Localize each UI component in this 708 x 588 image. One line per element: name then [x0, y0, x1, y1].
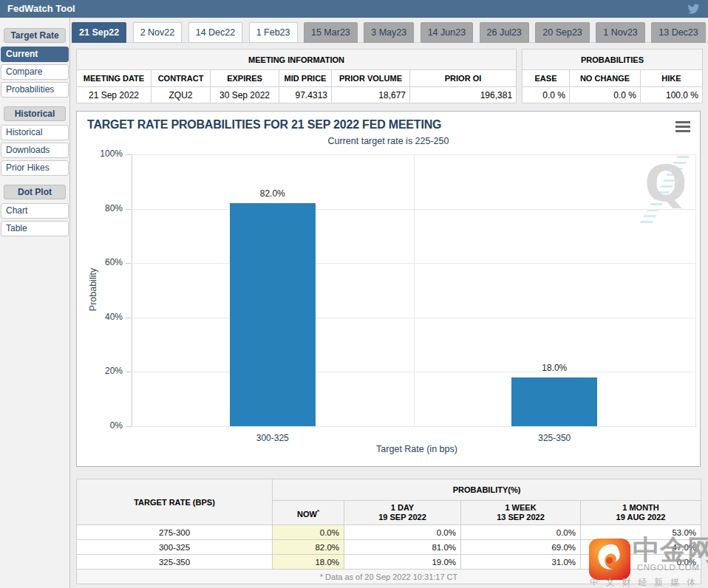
tab-15-mar23[interactable]: 15 Mar23: [304, 22, 358, 43]
history-row-300-325: 300-325 82.0% 81.0% 69.0% 47.0%: [77, 540, 701, 555]
chart-export-menu-icon[interactable]: [675, 121, 690, 133]
y-axis-tick-label: 80%: [87, 203, 123, 213]
quikstrike-watermark-q-icon: Q: [644, 154, 687, 213]
sidebar-item-chart[interactable]: Chart: [1, 203, 69, 219]
sidebar-header-target-rate: Target Rate: [4, 28, 66, 43]
fedwatch-tool-screen: FedWatch Tool Target Rate Current Compar…: [0, 0, 708, 588]
probability-history-table: TARGET RATE (BPS) PROBABILITY(%) NOW* 1 …: [76, 479, 701, 584]
tab-1-feb23[interactable]: 1 Feb23: [249, 22, 298, 43]
y-axis-line: [132, 154, 132, 426]
y-axis-tick-mark: [126, 372, 132, 372]
now-cell: 0.0%: [273, 525, 344, 540]
col-target-rate-bps: TARGET RATE (BPS): [77, 479, 273, 525]
mid-price-value: 97.4313: [279, 87, 332, 103]
y-axis-tick-mark: [126, 209, 132, 210]
y-axis-tick-label: 60%: [87, 257, 123, 267]
y-axis-tick-label: 40%: [87, 312, 123, 322]
meeting-date-tabs: 21 Sep22 2 Nov22 14 Dec22 1 Feb23 15 Mar…: [72, 22, 708, 43]
col-1-day: 1 DAY19 SEP 2022: [344, 501, 461, 525]
y-axis-tick-mark: [126, 426, 132, 427]
data-as-of-footnote: * Data as of 20 Sep 2022 10:31:17 CT: [77, 570, 701, 584]
contract-value: ZQU2: [152, 87, 211, 103]
x-axis-category-label: 325-350: [510, 433, 599, 443]
sidebar-header-historical: Historical: [4, 106, 66, 121]
col-prior-oi: PRIOR OI: [410, 70, 517, 87]
chart-subtitle: Current target rate is 225-250: [77, 136, 700, 146]
x-axis-title: Target Rate (in bps): [354, 444, 480, 454]
rate-cell: 325-350: [77, 555, 273, 570]
sidebar-item-compare[interactable]: Compare: [1, 64, 69, 80]
target-rate-probabilities-chart: TARGET RATE PROBABILITIES FOR 21 SEP 202…: [76, 111, 701, 467]
tab-14-dec22[interactable]: 14 Dec22: [188, 22, 243, 43]
y-axis-tick-label: 20%: [87, 366, 123, 376]
expires-value: 30 Sep 2022: [211, 87, 279, 103]
group-header-probability: PROBABILITY(%): [273, 479, 701, 501]
tab-21-sep22[interactable]: 21 Sep22: [72, 22, 126, 43]
bar-300-325[interactable]: [230, 203, 316, 426]
col-1-week: 1 WEEK13 SEP 2022: [461, 501, 581, 525]
month-cell: 53.0%: [581, 525, 701, 540]
sidebar-item-probabilities[interactable]: Probabilities: [1, 82, 69, 98]
sidebar-header-dot-plot: Dot Plot: [4, 185, 66, 199]
sidebar-item-prior-hikes[interactable]: Prior Hikes: [1, 160, 69, 176]
x-axis-category-label: 300-325: [228, 433, 317, 443]
week-cell: 31.0%: [461, 555, 581, 570]
col-ease: EASE: [523, 70, 570, 87]
tab-26-jul23[interactable]: 26 Jul23: [480, 22, 529, 43]
bar-value-label: 18.0%: [510, 363, 599, 373]
sidebar-item-downloads[interactable]: Downloads: [1, 143, 69, 158]
bar-325-350[interactable]: [511, 377, 597, 426]
col-expires: EXPIRES: [211, 70, 279, 87]
rate-cell: 275-300: [77, 525, 273, 540]
col-mid-price: MID PRICE: [279, 70, 332, 87]
tab-3-may23[interactable]: 3 May23: [364, 22, 414, 43]
sidebar-item-current[interactable]: Current: [1, 47, 69, 62]
meeting-date-value: 21 Sep 2022: [77, 87, 152, 103]
tab-13-dec23[interactable]: 13 Dec23: [651, 22, 706, 43]
no-change-value: 0.0 %: [570, 87, 641, 103]
meeting-info-row: 21 Sep 2022 ZQU2 30 Sep 2022 97.4313 18,…: [77, 87, 517, 103]
day-cell: 0.0%: [344, 525, 461, 540]
app-title: FedWatch Tool: [7, 3, 75, 14]
week-cell: 69.0%: [461, 540, 581, 555]
y-axis-tick-mark: [126, 154, 132, 155]
hike-value: 100.0 %: [641, 87, 703, 103]
history-row-275-300: 275-300 0.0% 0.0% 0.0% 53.0%: [77, 525, 701, 540]
chart-title: TARGET RATE PROBABILITIES FOR 21 SEP 202…: [87, 118, 441, 131]
col-now: NOW*: [273, 501, 344, 525]
day-cell: 19.0%: [344, 555, 461, 570]
now-cell: 18.0%: [273, 555, 344, 570]
prior-oi-value: 196,381: [410, 87, 517, 103]
twitter-icon[interactable]: [687, 3, 701, 15]
gridline: [132, 426, 695, 427]
tab-2-nov22[interactable]: 2 Nov22: [133, 22, 183, 43]
tab-20-sep23[interactable]: 20 Sep23: [535, 22, 590, 43]
top-bar: FedWatch Tool: [0, 0, 708, 18]
col-no-change: NO CHANGE: [570, 70, 641, 87]
gridline: [695, 154, 696, 426]
sidebar-item-historical[interactable]: Historical: [1, 125, 69, 140]
probabilities-row: 0.0 % 0.0 % 100.0 %: [523, 87, 703, 103]
now-cell: 82.0%: [273, 540, 344, 555]
tab-1-nov23[interactable]: 1 Nov23: [596, 22, 645, 43]
month-cell: 47.0%: [581, 540, 701, 555]
rate-cell: 300-325: [77, 540, 273, 555]
meeting-info-title: MEETING INFORMATION: [77, 49, 517, 70]
y-axis-tick-mark: [126, 263, 132, 264]
col-contract: CONTRACT: [152, 70, 211, 87]
col-meeting-date: MEETING DATE: [77, 70, 152, 87]
y-axis-tick-label: 0%: [87, 420, 123, 431]
sidebar-item-table[interactable]: Table: [1, 221, 69, 236]
y-axis-tick-label: 100%: [87, 148, 123, 159]
week-cell: 0.0%: [461, 525, 581, 540]
bar-value-label: 82.0%: [228, 188, 317, 199]
probabilities-title: PROBABILITIES: [523, 49, 703, 70]
month-cell: 0.0%: [581, 555, 701, 570]
tab-14-jun23[interactable]: 14 Jun23: [421, 22, 473, 43]
history-row-325-350: 325-350 18.0% 19.0% 31.0% 0.0%: [77, 555, 701, 570]
probabilities-table: PROBABILITIES EASE NO CHANGE HIKE 0.0 % …: [522, 49, 703, 103]
ease-value: 0.0 %: [523, 87, 570, 103]
col-prior-volume: PRIOR VOLUME: [332, 70, 410, 87]
day-cell: 81.0%: [344, 540, 461, 555]
sidebar: Target Rate Current Compare Probabilitie…: [0, 18, 70, 588]
